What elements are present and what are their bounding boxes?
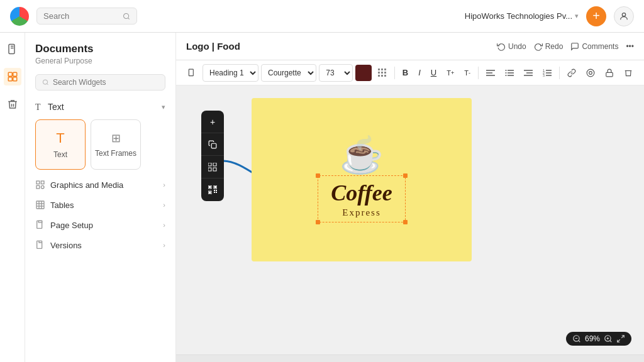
zoom-in-icon [604, 334, 613, 343]
media-button[interactable] [582, 64, 599, 82]
text-widget[interactable]: T Text [35, 119, 86, 170]
subscript-button[interactable]: T- [460, 64, 474, 82]
heading-select[interactable]: Heading 1 [203, 64, 258, 82]
canvas-grid-button[interactable] [201, 156, 224, 178]
tables-label: Tables [50, 200, 74, 210]
doc-icon [187, 69, 196, 77]
sidebar-header: Documents General Purpose [25, 43, 175, 68]
sidebar-item-versions[interactable]: Versions › [25, 235, 175, 255]
sidebar-item-page-setup[interactable]: Page Setup › [25, 215, 175, 235]
svg-point-16 [41, 185, 44, 189]
superscript-button[interactable]: T+ [443, 64, 458, 82]
more-options-button[interactable]: ••• [626, 42, 634, 51]
doc-type-button[interactable] [184, 64, 200, 82]
delete-button[interactable] [620, 64, 636, 82]
font-select[interactable]: Courgette [261, 64, 316, 82]
lock-button[interactable] [601, 64, 618, 82]
zoom-out-button[interactable] [572, 334, 581, 343]
svg-rect-23 [38, 221, 42, 222]
search-input[interactable] [43, 11, 119, 21]
indent-button[interactable] [520, 64, 536, 82]
redo-button[interactable]: Redo [534, 42, 564, 51]
redo-icon [534, 42, 543, 51]
search-icon [123, 12, 130, 21]
comments-icon [570, 42, 579, 51]
zoom-value: 69% [585, 334, 600, 343]
svg-point-10 [43, 80, 47, 84]
logo-canvas[interactable]: ☕ Coffee Express [252, 98, 472, 261]
zoom-out-icon [572, 334, 581, 343]
add-button[interactable]: + [586, 6, 606, 26]
pattern-button[interactable] [374, 64, 391, 82]
canvas-qr-button[interactable] [201, 178, 224, 201]
app-logo[interactable] [10, 7, 29, 26]
rail-trash-icon[interactable] [4, 96, 21, 113]
svg-point-38 [506, 70, 507, 71]
svg-rect-69 [214, 192, 215, 193]
coffee-cup-icon: ☕ [340, 138, 384, 173]
versions-label: Versions [50, 241, 82, 250]
user-button[interactable] [614, 6, 634, 26]
comments-button[interactable]: Comments [570, 42, 618, 51]
color-picker-button[interactable] [355, 65, 371, 81]
company-name[interactable]: HipoWorks Technologies Pv... ▾ [465, 11, 579, 21]
indent-icon [524, 69, 533, 77]
canvas-copy-button[interactable] [201, 133, 224, 156]
svg-point-53 [587, 69, 594, 77]
fullscreen-button[interactable] [616, 334, 625, 343]
svg-line-76 [610, 341, 612, 343]
bold-button[interactable]: B [399, 64, 412, 82]
page-setup-label: Page Setup [50, 221, 93, 230]
undo-button[interactable]: Undo [497, 42, 526, 51]
grid-icon [208, 163, 217, 172]
numbered-list-button[interactable]: 1.2.3. [539, 64, 555, 82]
svg-rect-14 [41, 181, 44, 184]
text-section-label: T Text [35, 102, 64, 112]
search-widgets-input[interactable] [53, 78, 158, 87]
coffee-text-box[interactable]: Coffee Express [318, 175, 405, 222]
sidebar-item-tables[interactable]: Tables › [25, 195, 175, 215]
search-widgets-icon [42, 79, 49, 86]
svg-line-80 [618, 339, 620, 342]
svg-rect-7 [13, 72, 16, 76]
search-bar[interactable] [36, 8, 137, 25]
delete-icon [624, 69, 633, 77]
svg-rect-13 [36, 181, 40, 184]
graphics-label: Graphics and Media [50, 180, 123, 190]
rail-widgets-icon[interactable] [4, 68, 21, 85]
numbered-list-icon: 1.2.3. [543, 69, 552, 77]
underline-button[interactable]: U [427, 64, 440, 82]
text-frames-widget[interactable]: ⊞ Text Frames [91, 119, 141, 170]
svg-rect-25 [189, 69, 193, 76]
text-section-header[interactable]: T Text ▾ [25, 97, 175, 117]
page-setup-chevron: › [163, 221, 165, 229]
svg-rect-28 [384, 69, 386, 70]
canvas-scroll[interactable]: + [176, 85, 644, 354]
link-button[interactable] [564, 64, 580, 82]
search-widgets-bar[interactable] [35, 74, 165, 90]
svg-point-40 [506, 72, 507, 74]
svg-rect-70 [216, 192, 217, 193]
doc-toolbar: Logo | Food Undo Redo Comments ••• [176, 33, 644, 60]
undo-icon [497, 42, 506, 51]
graphics-chevron: › [163, 181, 165, 189]
horizontal-scrollbar[interactable] [176, 354, 644, 362]
svg-rect-34 [384, 75, 386, 77]
versions-chevron: › [163, 241, 165, 249]
graphics-icon [35, 180, 45, 190]
list-button[interactable] [501, 64, 518, 82]
top-nav: HipoWorks Technologies Pv... ▾ + [0, 0, 644, 33]
doc-actions: Undo Redo Comments ••• [497, 42, 634, 51]
svg-line-11 [47, 84, 48, 85]
svg-rect-56 [211, 143, 216, 148]
svg-point-54 [589, 71, 592, 74]
size-select[interactable]: 73 [319, 64, 353, 82]
zoom-in-button[interactable] [604, 334, 613, 343]
rail-documents-icon[interactable] [4, 40, 21, 58]
italic-button[interactable]: I [414, 64, 425, 82]
svg-rect-67 [214, 190, 215, 191]
svg-rect-32 [378, 75, 380, 77]
sidebar-item-graphics[interactable]: Graphics and Media › [25, 175, 175, 195]
canvas-add-button[interactable]: + [201, 111, 224, 133]
align-left-button[interactable] [482, 64, 499, 82]
